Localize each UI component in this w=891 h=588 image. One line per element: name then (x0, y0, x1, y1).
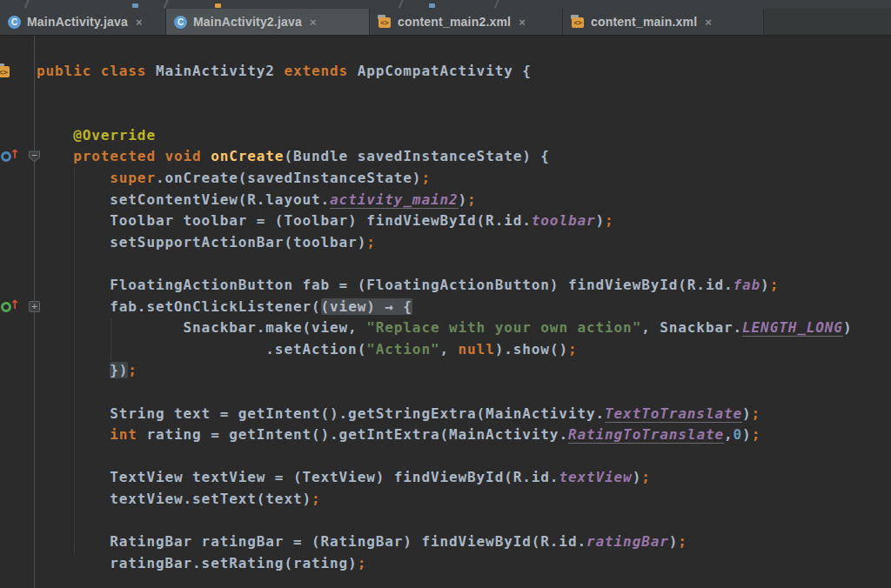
code-area[interactable]: public class MainActivity2 extends AppCo… (0, 36, 891, 588)
code-token: ; (678, 533, 687, 550)
code-token: toolbar (532, 212, 596, 229)
code-editor[interactable]: public class MainActivity2 extends AppCo… (0, 36, 891, 588)
code-indent (37, 469, 110, 485)
breadcrumb-separator (399, 0, 404, 9)
code-token: onCreate (211, 148, 284, 164)
tab-bar-empty-space (764, 9, 891, 35)
tab-close-icon[interactable]: × (136, 17, 143, 28)
code-token: , (724, 426, 734, 443)
code-indent (37, 319, 184, 336)
gutter-item-line-12: ↑+ (0, 297, 35, 318)
code-indent (37, 212, 110, 229)
editor-tab-bar: CMainActivity.java×CMainActivity2.java×<… (0, 9, 891, 36)
code-line-1: public class MainActivity2 extends AppCo… (37, 61, 891, 83)
tab-label: MainActivity.java (27, 15, 128, 29)
code-token: ratingBar (586, 533, 669, 550)
code-token: 0 (734, 426, 743, 443)
xml-file-icon-body: <> (572, 17, 584, 28)
fold-collapsed-marker[interactable]: + (29, 301, 40, 312)
code-token: ) (843, 319, 853, 336)
tab-close-icon[interactable]: × (519, 17, 526, 28)
code-indent (37, 234, 110, 251)
code-indent (37, 341, 265, 357)
override-up-arrow-icon: ↑ (10, 298, 20, 311)
code-token: null (459, 341, 495, 357)
code-token: Snackbar.make(view, (184, 319, 367, 336)
code-token: TextView textView = (TextView) findViewB… (110, 469, 559, 485)
code-token: LENGTH_LONG (742, 319, 843, 337)
tab-MainActivity2-java[interactable]: CMainActivity2.java× (166, 9, 370, 35)
code-line-17: String text = getIntent().getStringExtra… (37, 404, 891, 425)
breadcrumb-separator (494, 0, 499, 9)
code-token: , Snackbar. (641, 319, 742, 336)
breadcrumb-separator (24, 0, 30, 9)
android-studio-editor: { "colors":{ "bar_bg":"#3c3f41","tab_bg"… (0, 0, 891, 588)
code-indent (37, 277, 110, 293)
tab-label: content_main2.xml (398, 15, 511, 29)
code-token: ; (421, 170, 431, 186)
code-line-9: setSupportActionBar(toolbar); (37, 232, 891, 254)
override-up-arrow-icon: ↑ (10, 148, 20, 160)
code-token: (Bundle savedInstanceState) { (284, 148, 549, 164)
code-token: .setAction( (265, 341, 366, 357)
tab-close-icon[interactable]: × (310, 17, 317, 28)
xml-file-icon-body: <> (379, 17, 391, 28)
code-token: protected void (73, 148, 211, 164)
code-token: fab (734, 277, 761, 293)
code-token: Toolbar toolbar = (Toolbar) findViewById… (110, 212, 532, 229)
code-token: TextToTranslate (605, 405, 742, 423)
code-line-12: fab.setOnClickListener((view) → { (37, 297, 891, 318)
code-token: setSupportActionBar(toolbar) (110, 234, 366, 251)
code-token: String text = getIntent().getStringExtra… (110, 405, 605, 422)
code-line-2 (37, 83, 891, 104)
code-indent (37, 148, 73, 164)
code-token: extends (284, 63, 357, 79)
tab-MainActivity-java[interactable]: CMainActivity.java× (0, 9, 166, 35)
code-token: super (110, 170, 156, 186)
tab-content_main2-xml[interactable]: <>content_main2.xml× (370, 9, 563, 35)
code-token: , (439, 341, 458, 357)
layout-file-icon-body: <> (0, 66, 10, 77)
code-token: ) (669, 533, 679, 550)
code-token: .onCreate(savedInstanceState) (156, 170, 421, 186)
code-token: ) (760, 277, 770, 293)
code-line-13: Snackbar.make(view, "Replace with your o… (37, 317, 891, 339)
breadcrumb-separator (164, 0, 169, 9)
code-token: ; (128, 362, 137, 378)
xml-file-icon: <> (378, 15, 392, 29)
tab-content_main-xml[interactable]: <>content_main.xml× (563, 9, 764, 35)
tab-label: MainActivity2.java (193, 15, 302, 29)
code-token: "Action" (366, 341, 439, 357)
code-token: ; (752, 405, 761, 422)
breadcrumb-file-icon (132, 3, 138, 8)
code-line-3 (37, 104, 891, 125)
code-line-24: ratingBar.setRating(rating); (37, 553, 891, 575)
code-token: AppCompatActivity { (358, 63, 532, 79)
code-token: activity_main2 (330, 191, 458, 209)
code-token: ; (770, 277, 780, 293)
xml-file-icon: <> (571, 15, 585, 29)
code-token: textView (559, 469, 632, 485)
code-indent (37, 491, 110, 507)
layout-file-icon[interactable]: <> (0, 63, 10, 78)
tab-close-icon[interactable]: × (705, 17, 712, 28)
code-token: FloatingActionButton fab = (FloatingActi… (110, 277, 733, 293)
code-token: setContentView(R.layout. (110, 191, 330, 208)
code-token: ratingBar.setRating(rating) (110, 555, 357, 571)
code-token: ) (633, 469, 642, 485)
code-line-11: FloatingActionButton fab = (FloatingActi… (37, 275, 891, 297)
code-token: ; (467, 191, 477, 208)
breadcrumb-file-icon (215, 3, 221, 8)
java-class-icon: C (8, 16, 21, 29)
code-line-18: int rating = getIntent().getIntExtra(Mai… (37, 424, 891, 446)
code-line-5: protected void onCreate(Bundle savedInst… (37, 146, 891, 168)
code-token: ) (596, 212, 606, 229)
code-line-7: setContentView(R.layout.activity_main2); (37, 190, 891, 211)
code-line-10 (37, 253, 891, 275)
breadcrumb-file-icon (429, 3, 435, 8)
code-line-16 (37, 382, 891, 404)
code-line-8: Toolbar toolbar = (Toolbar) findViewById… (37, 210, 891, 232)
code-token: fab.setOnClickListener( (110, 298, 320, 315)
code-token: MainActivity2 (156, 63, 284, 79)
code-token: rating = getIntent().getIntExtra(MainAct… (137, 426, 568, 443)
